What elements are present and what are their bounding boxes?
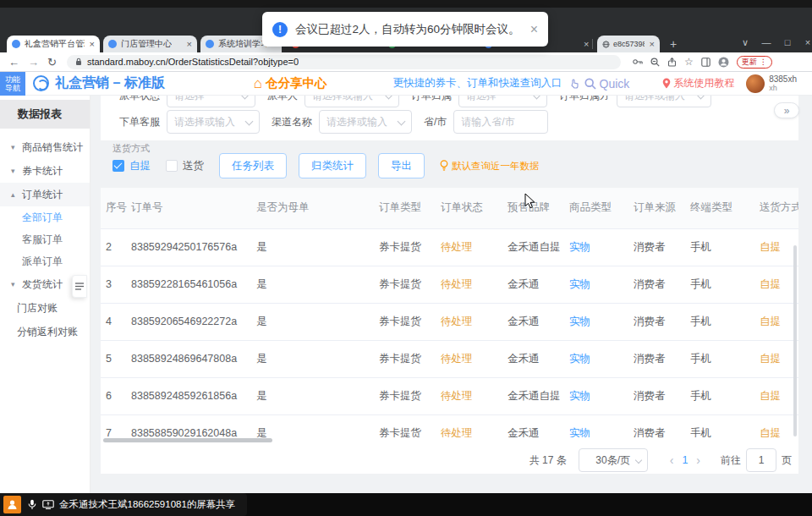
quick-entry-hint: 更快捷的券卡、订单和快递查询入口: [393, 76, 562, 91]
tab-favicon: [108, 40, 117, 48]
share-center-label: 仓分享中心: [266, 75, 327, 91]
location-pin-icon: [662, 78, 671, 89]
chrome-menu-icon[interactable]: ⋮: [760, 58, 767, 66]
horizontal-scrollbar[interactable]: [103, 438, 272, 442]
classify-stats-button[interactable]: 归类统计: [299, 153, 366, 178]
order-owner-party-select[interactable]: 请选择或输入: [617, 96, 711, 107]
channel-name-select[interactable]: 请选择或输入: [319, 110, 412, 134]
meeting-banner: ! 会议已超过2人，自动转为60分钟限时会议。 ×: [262, 12, 548, 47]
goto-page-input[interactable]: [746, 448, 776, 472]
product-type-link[interactable]: 实物: [564, 377, 628, 414]
main-content: 派单状态 请选择 派单人 请选择或输入 订单归属 请选择 订单归属方 请选择或输…: [91, 96, 812, 493]
function-nav-toggle[interactable]: 功能 导航: [0, 72, 25, 96]
user-avatar: [746, 74, 765, 93]
sidebar-item-card-stats[interactable]: ▾ 券卡统计: [0, 159, 90, 183]
product-type-link[interactable]: 实物: [564, 303, 628, 340]
sidebar-item-rebate-reconcile[interactable]: 分销返利对账: [0, 320, 90, 343]
page-unit-label: 页: [782, 453, 792, 468]
page-size-select[interactable]: 30条/页: [579, 448, 648, 472]
tutorial-link[interactable]: 系统使用教程: [662, 76, 734, 91]
share-icon[interactable]: [667, 58, 677, 67]
tab-favicon: [206, 40, 214, 48]
maximize-icon[interactable]: □: [780, 37, 795, 47]
expand-filters-button[interactable]: »: [774, 102, 799, 118]
filter-label: 订单归属方: [559, 96, 610, 103]
tab-separator: [592, 39, 593, 49]
sidebar-item-dispatch-orders[interactable]: 派单订单: [0, 250, 90, 272]
sidebar-item-store-reconcile[interactable]: 门店对账: [0, 296, 90, 320]
screen-share-text: 金禾通技术王斌18662591081的屏幕共享: [59, 498, 235, 511]
dispatch-status-select[interactable]: 请选择: [167, 96, 255, 107]
prev-page-icon[interactable]: ‹: [670, 453, 674, 467]
next-page-icon[interactable]: ›: [696, 453, 700, 467]
tab-label: e8c573980b1328a258fd2e6f8: [613, 40, 645, 48]
pointer-hand-icon: [569, 79, 580, 89]
back-icon[interactable]: ←: [8, 56, 19, 69]
delivery-checkbox[interactable]: 送货: [166, 159, 204, 173]
product-type-link[interactable]: 实物: [564, 266, 628, 303]
tab-search-icon[interactable]: ∨: [738, 37, 753, 48]
tab-label: 系统培训学习: [218, 38, 266, 50]
profile-icon[interactable]: [718, 57, 729, 68]
screen-share-icon: [42, 500, 54, 509]
banner-close-icon[interactable]: ×: [530, 22, 538, 37]
vertical-scrollbar[interactable]: [793, 245, 797, 436]
browser-tab-1[interactable]: 礼盒营销平台管理中心 ×: [7, 36, 100, 52]
sidebar-item-service-orders[interactable]: 客服订单: [0, 228, 90, 250]
info-icon: !: [272, 22, 288, 37]
share-center-link[interactable]: ⌂ 仓分享中心: [254, 75, 327, 92]
task-list-button[interactable]: 任务列表: [219, 153, 287, 178]
col-seq: 序号: [101, 188, 126, 228]
house-icon: ⌂: [254, 75, 262, 92]
tutorial-label: 系统使用教程: [673, 76, 734, 91]
order-agent-select[interactable]: 请选择或输入: [167, 110, 260, 134]
forward-icon[interactable]: →: [28, 56, 39, 69]
reload-icon[interactable]: ↻: [47, 56, 57, 69]
bookmark-star-icon[interactable]: ☆: [684, 56, 694, 68]
new-tab-button[interactable]: +: [670, 37, 677, 51]
chevron-down-icon: ▾: [11, 280, 22, 288]
product-type-link[interactable]: 实物: [564, 414, 628, 437]
key-icon[interactable]: [633, 58, 643, 65]
user-menu[interactable]: 8385xh xh: [746, 74, 797, 93]
current-page[interactable]: 1: [682, 454, 688, 466]
tab-close-icon[interactable]: ×: [584, 39, 589, 49]
col-terminal: 终端类型: [685, 188, 754, 228]
minimize-icon[interactable]: —: [759, 37, 774, 47]
address-field[interactable]: standard.maboy.cn/OrderStatisticsDetail?…: [67, 55, 621, 69]
tab-close-icon[interactable]: ×: [85, 39, 95, 49]
tab-close-icon[interactable]: ×: [645, 39, 655, 49]
product-type-link[interactable]: 实物: [564, 340, 628, 377]
screen: 礼盒营销平台管理中心 × 门店管理中心 × 系统培训学习 × × e8c5739…: [0, 0, 812, 516]
checkbox-unchecked-icon: [166, 160, 178, 172]
quick-search-link[interactable]: Quick: [569, 77, 630, 91]
side-panel-icon[interactable]: [701, 58, 710, 67]
zoom-icon[interactable]: [650, 58, 660, 67]
browser-tab-2[interactable]: 门店管理中心 ×: [103, 36, 197, 52]
col-source: 订单来源: [628, 188, 685, 228]
brand-title: 礼盒营销 – 标准版: [55, 74, 165, 92]
col-order-no: 订单号: [126, 188, 251, 228]
order-owner-select[interactable]: 请选择: [458, 96, 547, 107]
sidebar-collapse-handle[interactable]: [72, 275, 87, 298]
banner-text: 会议已超过2人，自动转为60分钟限时会议。: [295, 22, 520, 37]
sidebar-item-all-orders[interactable]: 全部订单: [0, 206, 90, 228]
province-city-input[interactable]: [453, 110, 548, 134]
tab-favicon: [12, 40, 20, 48]
tab-close-icon[interactable]: ×: [182, 39, 192, 49]
self-pickup-checkbox[interactable]: 自提: [112, 159, 151, 173]
export-button[interactable]: 导出: [378, 153, 425, 178]
browser-tab-5[interactable]: e8c573980b1328a258fd2e6f8 ×: [597, 36, 660, 52]
window-close-icon[interactable]: ×: [800, 37, 812, 47]
chrome-update-button[interactable]: 更新 ⋮: [737, 56, 772, 69]
menu-bars-icon: [75, 283, 84, 290]
microphone-icon[interactable]: [28, 499, 36, 510]
product-type-link[interactable]: 实物: [564, 228, 628, 266]
chevron-down-icon: ▾: [11, 167, 22, 175]
table-row: 7 83858859029162048a 是 券卡提货 待处理 金禾通 实物 消…: [101, 414, 798, 437]
dispatcher-select[interactable]: 请选择或输入: [304, 96, 399, 107]
sidebar-item-product-sales[interactable]: ▾ 商品销售统计: [0, 135, 90, 159]
sidebar-item-order-stats[interactable]: ▴ 订单统计: [0, 183, 90, 206]
filter-label: 派单状态: [119, 96, 160, 103]
pagination: 共 17 条 30条/页 ‹ 1 › 前往 页: [529, 448, 792, 472]
